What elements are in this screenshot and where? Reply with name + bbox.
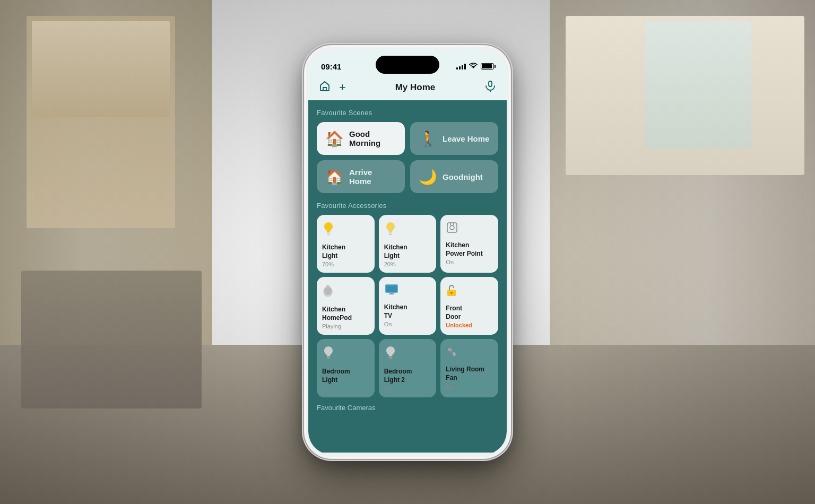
acc-status-bedroom-light-2: Off <box>384 386 392 392</box>
svg-rect-20 <box>327 358 330 359</box>
acc-name-bedroom-light-2: BedroomLight 2 <box>384 368 412 384</box>
status-time: 09:41 <box>321 62 341 71</box>
acc-name-front-door: FrontDoor <box>446 305 462 321</box>
fan-icon <box>446 345 458 361</box>
tv-icon <box>384 283 399 299</box>
svg-point-12 <box>326 285 330 288</box>
scene-arrive-home[interactable]: 🏠 Arrive Home <box>317 160 405 193</box>
phone-mockup: 09:41 <box>304 45 511 459</box>
svg-point-18 <box>450 292 453 294</box>
phone-screen: 09:41 <box>308 49 507 455</box>
svg-rect-0 <box>489 81 492 86</box>
acc-status-kitchen-tv: On <box>384 321 392 327</box>
scene-goodnight[interactable]: 🌙 Goodnight <box>410 160 498 193</box>
acc-status-living-room-fan: Off <box>446 384 453 390</box>
acc-status-kitchen-power: On <box>446 259 454 265</box>
voice-icon[interactable] <box>484 80 496 95</box>
accessory-living-room-fan[interactable]: Living RoomFan Off <box>440 339 498 397</box>
accessories-section-title: Favourite Accessories <box>317 202 498 210</box>
scene-icon-leave-home: 🚶 <box>419 130 437 147</box>
wifi-icon <box>469 63 478 71</box>
dynamic-island <box>376 56 439 74</box>
svg-point-23 <box>451 351 454 353</box>
scene-label-good-morning: Good Morning <box>349 129 396 147</box>
accessories-grid: KitchenLight 70% <box>317 215 498 397</box>
svg-rect-3 <box>327 234 330 235</box>
lock-icon <box>446 283 457 300</box>
acc-name-homepod: KitchenHomePod <box>322 306 352 322</box>
acc-name-kitchen-tv: KitchenTV <box>384 303 408 320</box>
cameras-section-title: Favourite Cameras <box>317 404 498 412</box>
signal-icon <box>456 63 466 69</box>
accessory-bedroom-light-2[interactable]: BedroomLight 2 Off <box>379 339 437 397</box>
app-header: + My Home <box>308 76 507 100</box>
accessories-section: Favourite Accessories Kitc <box>317 202 498 412</box>
acc-status-bedroom-light: Off <box>322 386 330 392</box>
acc-status-kitchen-light-1: 70% <box>322 261 334 267</box>
bulb-icon-bedroom-2 <box>384 345 397 363</box>
scene-icon-goodnight: 🌙 <box>419 168 437 186</box>
accessory-kitchen-light-2[interactable]: KitchenLight 20% <box>379 215 437 273</box>
bulb-icon-bedroom-1 <box>322 345 335 363</box>
bulb-icon-2 <box>384 221 397 239</box>
accessory-kitchen-light-1[interactable]: KitchenLight 70% <box>317 215 375 273</box>
accessory-front-door[interactable]: FrontDoor Unlocked <box>440 277 498 335</box>
status-icons <box>456 63 494 71</box>
scene-icon-good-morning: 🏠 <box>325 130 344 147</box>
add-icon[interactable]: + <box>339 81 346 94</box>
scene-label-leave-home: Leave Home <box>443 134 489 143</box>
home-icon[interactable] <box>319 80 331 95</box>
phone-frame: 09:41 <box>304 45 511 459</box>
acc-name-kitchen-power: KitchenPower Point <box>446 241 482 258</box>
scene-good-morning[interactable]: 🏠 Good Morning <box>317 122 405 155</box>
svg-rect-14 <box>386 285 397 292</box>
accessory-bedroom-light[interactable]: BedroomLight Off <box>317 339 375 397</box>
acc-name-living-room-fan: Living RoomFan <box>446 366 484 382</box>
scenes-grid: 🏠 Good Morning 🚶 Leave Home 🏠 Arrive Hom… <box>317 122 498 193</box>
accessory-kitchen-power-point[interactable]: KitchenPower Point On <box>440 215 498 273</box>
acc-name-kitchen-light-1: KitchenLight <box>322 244 345 260</box>
svg-point-7 <box>450 225 454 230</box>
scene-leave-home[interactable]: 🚶 Leave Home <box>410 122 498 155</box>
svg-rect-19 <box>327 357 331 358</box>
header-title: My Home <box>395 82 436 93</box>
accessory-kitchen-tv[interactable]: KitchenTV On <box>379 277 437 335</box>
svg-rect-4 <box>388 232 392 233</box>
acc-name-bedroom-light: BedroomLight <box>322 368 350 384</box>
scene-label-goodnight: Goodnight <box>443 172 483 181</box>
acc-status-homepod: Playing <box>322 323 341 329</box>
scenes-section-title: Favourite Scenes <box>317 109 498 117</box>
app-content: Favourite Scenes 🏠 Good Morning 🚶 Leave … <box>308 100 507 453</box>
svg-rect-21 <box>388 357 392 358</box>
scene-label-arrive-home: Arrive Home <box>349 168 396 186</box>
acc-status-front-door: Unlocked <box>446 322 472 328</box>
header-left: + <box>319 80 346 95</box>
svg-rect-2 <box>327 232 331 233</box>
power-point-icon <box>446 221 458 237</box>
homepod-icon <box>322 283 334 301</box>
acc-status-kitchen-light-2: 20% <box>384 261 396 267</box>
svg-rect-6 <box>447 223 457 232</box>
scene-icon-arrive-home: 🏠 <box>325 168 344 186</box>
bulb-icon-1 <box>322 221 335 239</box>
svg-rect-22 <box>389 358 392 359</box>
battery-icon <box>481 63 494 69</box>
accessory-kitchen-homepod[interactable]: KitchenHomePod Playing <box>317 277 375 335</box>
acc-name-kitchen-light-2: KitchenLight <box>384 244 408 260</box>
svg-rect-5 <box>389 234 392 235</box>
